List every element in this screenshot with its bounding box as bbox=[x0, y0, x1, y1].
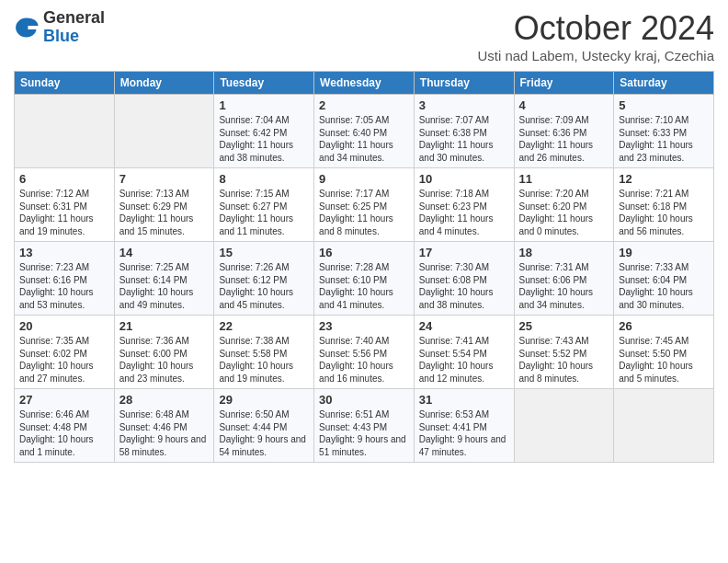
calendar-cell: 28Sunrise: 6:48 AM Sunset: 4:46 PM Dayli… bbox=[114, 389, 214, 463]
calendar-week-2: 6Sunrise: 7:12 AM Sunset: 6:31 PM Daylig… bbox=[15, 168, 714, 242]
day-number: 25 bbox=[519, 319, 609, 333]
day-number: 14 bbox=[119, 246, 210, 259]
day-number: 1 bbox=[219, 98, 309, 112]
calendar-cell bbox=[614, 389, 714, 463]
day-number: 22 bbox=[219, 319, 309, 333]
logo-text: General Blue bbox=[43, 9, 105, 46]
day-number: 24 bbox=[419, 319, 509, 333]
calendar-cell: 25Sunrise: 7:43 AM Sunset: 5:52 PM Dayli… bbox=[514, 316, 614, 389]
page-header: General Blue October 2024 Usti nad Labem… bbox=[14, 9, 714, 63]
day-number: 17 bbox=[419, 246, 509, 259]
day-info: Sunrise: 6:51 AM Sunset: 4:43 PM Dayligh… bbox=[319, 408, 409, 458]
day-info: Sunrise: 7:13 AM Sunset: 6:29 PM Dayligh… bbox=[119, 188, 210, 237]
day-info: Sunrise: 7:05 AM Sunset: 6:40 PM Dayligh… bbox=[319, 114, 409, 164]
day-number: 31 bbox=[419, 393, 509, 407]
day-info: Sunrise: 6:53 AM Sunset: 4:41 PM Dayligh… bbox=[419, 408, 509, 458]
day-info: Sunrise: 7:43 AM Sunset: 5:52 PM Dayligh… bbox=[519, 335, 609, 385]
calendar-cell: 26Sunrise: 7:45 AM Sunset: 5:50 PM Dayli… bbox=[614, 316, 714, 389]
calendar-cell: 11Sunrise: 7:20 AM Sunset: 6:20 PM Dayli… bbox=[514, 168, 614, 242]
day-number: 8 bbox=[219, 172, 309, 186]
day-info: Sunrise: 6:48 AM Sunset: 4:46 PM Dayligh… bbox=[119, 408, 210, 458]
header-day-friday: Friday bbox=[514, 72, 614, 95]
day-info: Sunrise: 7:38 AM Sunset: 5:58 PM Dayligh… bbox=[219, 335, 309, 385]
calendar-week-4: 20Sunrise: 7:35 AM Sunset: 6:02 PM Dayli… bbox=[15, 316, 714, 389]
day-number: 13 bbox=[19, 246, 109, 259]
day-number: 16 bbox=[319, 246, 409, 259]
day-number: 7 bbox=[119, 172, 210, 186]
calendar-cell: 4Sunrise: 7:09 AM Sunset: 6:36 PM Daylig… bbox=[514, 95, 614, 168]
calendar-cell: 14Sunrise: 7:25 AM Sunset: 6:14 PM Dayli… bbox=[114, 242, 214, 316]
calendar-cell: 19Sunrise: 7:33 AM Sunset: 6:04 PM Dayli… bbox=[614, 242, 714, 316]
calendar-cell: 29Sunrise: 6:50 AM Sunset: 4:44 PM Dayli… bbox=[214, 389, 314, 463]
calendar-cell: 8Sunrise: 7:15 AM Sunset: 6:27 PM Daylig… bbox=[214, 168, 314, 242]
day-info: Sunrise: 7:33 AM Sunset: 6:04 PM Dayligh… bbox=[619, 261, 709, 311]
calendar-cell: 3Sunrise: 7:07 AM Sunset: 6:38 PM Daylig… bbox=[414, 95, 514, 168]
day-number: 10 bbox=[419, 172, 509, 186]
day-info: Sunrise: 7:36 AM Sunset: 6:00 PM Dayligh… bbox=[119, 335, 210, 385]
day-info: Sunrise: 7:21 AM Sunset: 6:18 PM Dayligh… bbox=[619, 188, 709, 237]
calendar-cell: 2Sunrise: 7:05 AM Sunset: 6:40 PM Daylig… bbox=[314, 95, 415, 168]
day-info: Sunrise: 6:46 AM Sunset: 4:48 PM Dayligh… bbox=[19, 408, 109, 458]
calendar-body: 1Sunrise: 7:04 AM Sunset: 6:42 PM Daylig… bbox=[15, 95, 714, 463]
location-subtitle: Usti nad Labem, Ustecky kraj, Czechia bbox=[477, 48, 714, 63]
day-number: 19 bbox=[619, 246, 709, 259]
calendar-cell: 1Sunrise: 7:04 AM Sunset: 6:42 PM Daylig… bbox=[214, 95, 314, 168]
day-number: 23 bbox=[319, 319, 409, 333]
calendar-cell: 15Sunrise: 7:26 AM Sunset: 6:12 PM Dayli… bbox=[214, 242, 314, 316]
day-number: 12 bbox=[619, 172, 709, 186]
header-day-thursday: Thursday bbox=[414, 72, 514, 95]
day-info: Sunrise: 7:07 AM Sunset: 6:38 PM Dayligh… bbox=[419, 114, 509, 164]
day-info: Sunrise: 7:26 AM Sunset: 6:12 PM Dayligh… bbox=[219, 261, 309, 311]
day-info: Sunrise: 7:04 AM Sunset: 6:42 PM Dayligh… bbox=[219, 114, 309, 164]
calendar-cell: 24Sunrise: 7:41 AM Sunset: 5:54 PM Dayli… bbox=[414, 316, 514, 389]
day-number: 2 bbox=[319, 98, 409, 112]
header-row: SundayMondayTuesdayWednesdayThursdayFrid… bbox=[15, 72, 714, 95]
day-info: Sunrise: 7:12 AM Sunset: 6:31 PM Dayligh… bbox=[19, 188, 109, 237]
day-number: 18 bbox=[519, 246, 609, 259]
header-day-sunday: Sunday bbox=[15, 72, 115, 95]
day-info: Sunrise: 7:41 AM Sunset: 5:54 PM Dayligh… bbox=[419, 335, 509, 385]
calendar-cell: 20Sunrise: 7:35 AM Sunset: 6:02 PM Dayli… bbox=[15, 316, 115, 389]
day-info: Sunrise: 6:50 AM Sunset: 4:44 PM Dayligh… bbox=[219, 408, 309, 458]
day-number: 27 bbox=[19, 393, 109, 407]
calendar-cell: 30Sunrise: 6:51 AM Sunset: 4:43 PM Dayli… bbox=[314, 389, 415, 463]
logo-general-text: General bbox=[43, 8, 105, 27]
day-number: 5 bbox=[619, 98, 709, 112]
calendar-cell: 10Sunrise: 7:18 AM Sunset: 6:23 PM Dayli… bbox=[414, 168, 514, 242]
day-info: Sunrise: 7:31 AM Sunset: 6:06 PM Dayligh… bbox=[519, 261, 609, 311]
day-info: Sunrise: 7:25 AM Sunset: 6:14 PM Dayligh… bbox=[119, 261, 210, 311]
day-number: 20 bbox=[19, 319, 109, 333]
calendar-cell: 12Sunrise: 7:21 AM Sunset: 6:18 PM Dayli… bbox=[614, 168, 714, 242]
day-info: Sunrise: 7:45 AM Sunset: 5:50 PM Dayligh… bbox=[619, 335, 709, 385]
day-number: 3 bbox=[419, 98, 509, 112]
calendar-cell: 7Sunrise: 7:13 AM Sunset: 6:29 PM Daylig… bbox=[114, 168, 214, 242]
calendar-week-3: 13Sunrise: 7:23 AM Sunset: 6:16 PM Dayli… bbox=[15, 242, 714, 316]
day-number: 26 bbox=[619, 319, 709, 333]
calendar-cell: 27Sunrise: 6:46 AM Sunset: 4:48 PM Dayli… bbox=[15, 389, 115, 463]
day-info: Sunrise: 7:40 AM Sunset: 5:56 PM Dayligh… bbox=[319, 335, 409, 385]
calendar-week-1: 1Sunrise: 7:04 AM Sunset: 6:42 PM Daylig… bbox=[15, 95, 714, 168]
calendar-week-5: 27Sunrise: 6:46 AM Sunset: 4:48 PM Dayli… bbox=[15, 389, 714, 463]
day-number: 30 bbox=[319, 393, 409, 407]
calendar-cell: 9Sunrise: 7:17 AM Sunset: 6:25 PM Daylig… bbox=[314, 168, 415, 242]
calendar-cell: 5Sunrise: 7:10 AM Sunset: 6:33 PM Daylig… bbox=[614, 95, 714, 168]
day-number: 11 bbox=[519, 172, 609, 186]
calendar-cell: 17Sunrise: 7:30 AM Sunset: 6:08 PM Dayli… bbox=[414, 242, 514, 316]
day-number: 21 bbox=[119, 319, 210, 333]
calendar-cell: 22Sunrise: 7:38 AM Sunset: 5:58 PM Dayli… bbox=[214, 316, 314, 389]
month-title: October 2024 bbox=[477, 9, 714, 48]
calendar-cell: 23Sunrise: 7:40 AM Sunset: 5:56 PM Dayli… bbox=[314, 316, 415, 389]
day-number: 28 bbox=[119, 393, 210, 407]
calendar-cell bbox=[15, 95, 115, 168]
calendar-table: SundayMondayTuesdayWednesdayThursdayFrid… bbox=[14, 71, 714, 463]
calendar-cell: 31Sunrise: 6:53 AM Sunset: 4:41 PM Dayli… bbox=[414, 389, 514, 463]
day-info: Sunrise: 7:35 AM Sunset: 6:02 PM Dayligh… bbox=[19, 335, 109, 385]
calendar-cell: 21Sunrise: 7:36 AM Sunset: 6:00 PM Dayli… bbox=[114, 316, 214, 389]
logo-blue-text: Blue bbox=[43, 27, 79, 45]
day-info: Sunrise: 7:10 AM Sunset: 6:33 PM Dayligh… bbox=[619, 114, 709, 164]
day-number: 29 bbox=[219, 393, 309, 407]
day-info: Sunrise: 7:09 AM Sunset: 6:36 PM Dayligh… bbox=[519, 114, 609, 164]
calendar-cell: 6Sunrise: 7:12 AM Sunset: 6:31 PM Daylig… bbox=[15, 168, 115, 242]
day-number: 9 bbox=[319, 172, 409, 186]
header-day-saturday: Saturday bbox=[614, 72, 714, 95]
